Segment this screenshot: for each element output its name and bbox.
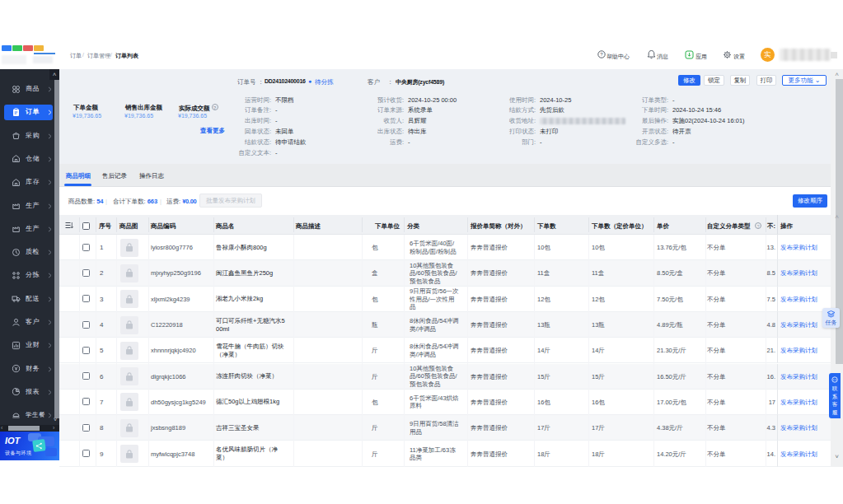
svg-text:?: ? bbox=[600, 52, 603, 57]
